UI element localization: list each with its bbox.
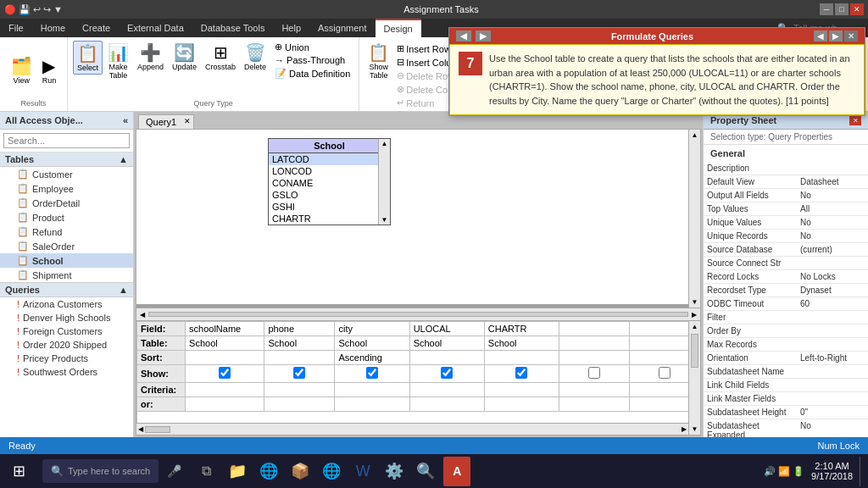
tab-external-data[interactable]: External Data xyxy=(119,19,192,37)
data-definition-btn[interactable]: 📝 Data Definition xyxy=(271,67,353,80)
grid-show-chartr[interactable] xyxy=(484,365,559,383)
grid-criteria-5[interactable] xyxy=(484,383,559,397)
quick-access-more[interactable]: ▼ xyxy=(53,4,63,14)
query-arizona-customers[interactable]: ! Arizona Customers xyxy=(0,297,133,311)
query-tab[interactable]: Query1 ✕ xyxy=(138,114,194,129)
prop-sheet-close[interactable]: ✕ xyxy=(849,115,861,125)
grid-criteria-6[interactable] xyxy=(559,383,630,397)
grid-field-ulocal[interactable]: ULOCAL xyxy=(409,322,484,336)
grid-h-scroll-left[interactable]: ◀ xyxy=(136,424,145,435)
query-pricey-products[interactable]: ! Pricey Products xyxy=(0,352,133,365)
table-field-coname[interactable]: CONAME xyxy=(269,177,390,189)
table-employee[interactable]: 📋 Employee xyxy=(0,181,133,196)
prop-row-source-db[interactable]: Source Database (current) xyxy=(704,243,868,257)
taskbar-icon-search2[interactable]: 🔍 xyxy=(412,457,439,486)
formulate-close-btn[interactable]: ✕ xyxy=(844,30,858,42)
taskbar-icon-settings[interactable]: ⚙️ xyxy=(381,457,408,486)
table-shipment[interactable]: 📋 Shipment xyxy=(0,268,133,282)
formulate-nav-arrows-right[interactable]: ▶ xyxy=(829,30,843,42)
grid-show-city[interactable] xyxy=(335,365,409,383)
table-school[interactable]: 📋 School xyxy=(0,253,133,268)
grid-field-schoolname[interactable]: schoolName xyxy=(186,322,264,336)
taskbar-mic-icon[interactable]: 🎤 xyxy=(163,464,186,478)
show-table-btn[interactable]: 📋 ShowTable xyxy=(364,41,392,123)
prop-row-record-locks[interactable]: Record Locks No Locks xyxy=(704,270,868,284)
table-field-gslo[interactable]: GSLO xyxy=(269,189,390,201)
prop-row-max-records[interactable]: Max Records xyxy=(704,338,868,352)
grid-or-2[interactable] xyxy=(264,397,335,412)
grid-table-chartr[interactable]: School xyxy=(484,336,559,351)
tab-file[interactable]: File xyxy=(0,19,32,37)
grid-sort-phone[interactable] xyxy=(264,351,335,365)
make-table-btn[interactable]: 📊 MakeTable xyxy=(104,41,132,81)
grid-or-1[interactable] xyxy=(186,397,264,412)
query-denver-high-schools[interactable]: ! Denver High Schools xyxy=(0,311,133,324)
grid-criteria-1[interactable] xyxy=(186,383,264,397)
grid-field-city[interactable]: city xyxy=(335,322,409,336)
maximize-btn[interactable]: □ xyxy=(835,3,849,15)
grid-criteria-4[interactable] xyxy=(409,383,484,397)
show-desktop-btn[interactable] xyxy=(860,457,864,486)
grid-table-6[interactable] xyxy=(559,336,630,351)
grid-table-ulocal[interactable]: School xyxy=(409,336,484,351)
tables-section[interactable]: Tables ▲ xyxy=(0,152,133,167)
query-order-2020-shipped[interactable]: ! Order 2020 Shipped xyxy=(0,338,133,352)
view-btn[interactable]: 🗂️ View xyxy=(8,54,36,86)
tab-home[interactable]: Home xyxy=(32,19,74,37)
grid-sort-6[interactable] xyxy=(559,351,630,365)
close-btn[interactable]: ✕ xyxy=(850,3,864,15)
tab-create[interactable]: Create xyxy=(74,19,119,37)
query-southwest-orders[interactable]: ! Southwest Orders xyxy=(0,365,133,379)
prop-row-subdatasheet-name[interactable]: Subdatasheet Name xyxy=(704,365,868,379)
taskbar-search-box[interactable]: 🔍 Type here to search xyxy=(42,459,159,483)
prop-row-subdatasheet-height[interactable]: Subdatasheet Height 0" xyxy=(704,406,868,419)
quick-access-undo[interactable]: ↩ xyxy=(33,4,41,15)
table-field-latcod[interactable]: LATCOD xyxy=(269,153,390,165)
grid-criteria-3[interactable] xyxy=(335,383,409,397)
queries-section[interactable]: Queries ▲ xyxy=(0,282,133,297)
grid-or-3[interactable] xyxy=(335,397,409,412)
prop-row-unique-records[interactable]: Unique Records No xyxy=(704,230,868,243)
grid-or-6[interactable] xyxy=(559,397,630,412)
prop-row-subdatasheet-expanded[interactable]: Subdatasheet Expanded No xyxy=(704,419,868,437)
grid-field-6[interactable] xyxy=(559,322,630,336)
delete-btn[interactable]: 🗑️ Delete xyxy=(241,41,270,73)
grid-table-city[interactable]: School xyxy=(335,336,409,351)
append-btn[interactable]: ➕ Append xyxy=(134,41,167,73)
start-btn[interactable]: ⊞ xyxy=(0,454,38,488)
formulate-nav-arrows-left[interactable]: ◀ xyxy=(814,30,827,42)
prop-row-source-connect[interactable]: Source Connect Str xyxy=(704,257,868,270)
formulate-nav-prev[interactable]: ◀ xyxy=(456,30,471,42)
tab-help[interactable]: Help xyxy=(273,19,309,37)
pass-through-btn[interactable]: → Pass-Through xyxy=(271,54,353,66)
minimize-btn[interactable]: ─ xyxy=(820,3,833,15)
tab-assignment[interactable]: Assignment xyxy=(309,19,375,37)
tab-database-tools[interactable]: Database Tools xyxy=(192,19,274,37)
prop-row-orientation[interactable]: Orientation Left-to-Right xyxy=(704,352,868,365)
tab-design[interactable]: Design xyxy=(376,19,421,37)
taskbar-icon-amazon[interactable]: 📦 xyxy=(287,457,314,486)
prop-row-odbc-timeout[interactable]: ODBC Timeout 60 xyxy=(704,297,868,311)
taskbar-icon-explorer[interactable]: 📁 xyxy=(224,457,251,486)
prop-row-order-by[interactable]: Order By xyxy=(704,324,868,338)
select-btn[interactable]: 📋 Select xyxy=(73,41,103,75)
grid-table-phone[interactable]: School xyxy=(264,336,335,351)
resize-handle[interactable] xyxy=(136,304,688,308)
crosstab-btn[interactable]: ⊞ Crosstab xyxy=(202,41,239,73)
table-refund[interactable]: 📋 Refund xyxy=(0,225,133,239)
table-field-loncod[interactable]: LONCOD xyxy=(269,165,390,177)
run-btn[interactable]: ▶ Run xyxy=(39,54,60,86)
taskbar-icon-word[interactable]: W xyxy=(349,457,376,486)
grid-sort-chartr[interactable] xyxy=(484,351,559,365)
table-field-gshi[interactable]: GSHI xyxy=(269,201,390,213)
grid-criteria-2[interactable] xyxy=(264,383,335,397)
grid-sort-schoolname[interactable] xyxy=(186,351,264,365)
prop-row-top-values[interactable]: Top Values All xyxy=(704,202,868,216)
grid-show-ulocal[interactable] xyxy=(409,365,484,383)
h-scroll-right[interactable]: ▶ xyxy=(690,309,698,320)
nav-collapse-icon[interactable]: « xyxy=(123,115,128,125)
query-tab-close[interactable]: ✕ xyxy=(184,117,191,125)
grid-h-scroll-right[interactable]: ▶ xyxy=(680,424,688,435)
update-btn[interactable]: 🔄 Update xyxy=(169,41,200,73)
table-orderdetail[interactable]: 📋 OrderDetail xyxy=(0,196,133,210)
